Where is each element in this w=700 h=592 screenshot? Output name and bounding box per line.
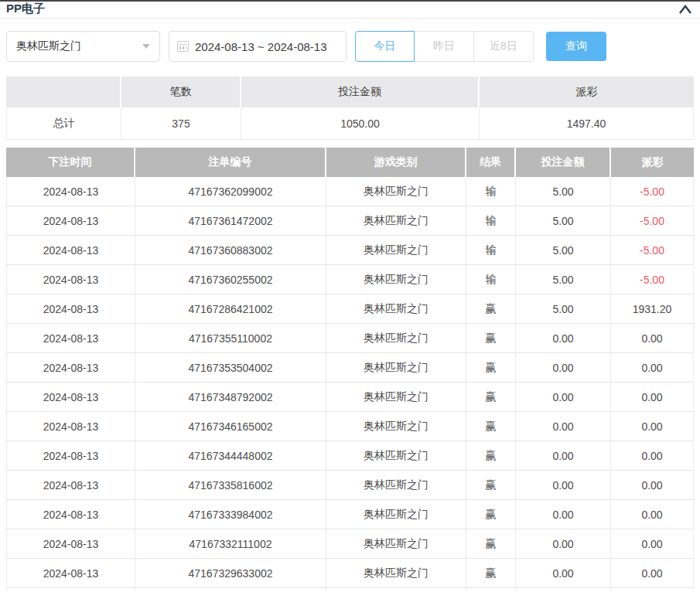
payout-cell: 0.00	[611, 383, 694, 412]
game-type-cell: 奥林匹斯之门	[326, 206, 466, 236]
table-row-partial	[6, 588, 694, 590]
header-payout: 派彩	[611, 148, 694, 177]
bet-amount-cell: 0.00	[516, 529, 611, 559]
order-number-cell: 47167362099002	[135, 177, 326, 206]
bet-time-cell: 2024-08-13	[6, 412, 135, 441]
summary-header-count: 笔数	[121, 77, 241, 107]
game-type-cell: 奥林匹斯之门	[326, 471, 466, 500]
payout-cell: 0.00	[611, 559, 694, 588]
date-range-input[interactable]: 2024-08-13 ~ 2024-08-13	[169, 31, 347, 62]
game-type-cell: 奥林匹斯之门	[326, 324, 466, 353]
bet-table-header: 下注时间 注单编号 游戏类别 结果 投注金额 派彩	[6, 148, 694, 177]
table-row: 2024-08-1347167344448002奥林匹斯之门赢0.000.00	[6, 441, 694, 471]
table-row: 2024-08-1347167286421002奥林匹斯之门赢5.001931.…	[6, 294, 694, 324]
table-row: 2024-08-1347167355110002奥林匹斯之门赢0.000.00	[6, 324, 694, 353]
bet-amount-cell: 0.00	[516, 412, 611, 441]
bet-amount-cell: 5.00	[516, 294, 611, 324]
payout-cell: 1931.20	[611, 294, 694, 324]
header-bet-amount: 投注金额	[516, 148, 611, 177]
filter-bar: 奥林匹斯之门 2024-08-13 ~ 2024-08-13 今日 昨日 近8日…	[6, 31, 694, 62]
order-number-cell: 47167348792002	[135, 383, 326, 412]
payout-cell: 0.00	[611, 441, 694, 471]
result-cell: 赢	[466, 324, 516, 353]
pp-games-panel: PP电子 奥林匹斯之门 2024-08-13 ~ 2024-08-13 今日 昨…	[0, 0, 700, 592]
summary-header-row: 笔数 投注金额 派彩	[6, 77, 694, 107]
bet-amount-cell: 0.00	[516, 441, 611, 471]
order-number-cell: 47167329633002	[135, 559, 326, 588]
summary-total-payout: 1497.40	[480, 107, 694, 140]
game-type-cell: 奥林匹斯之门	[326, 177, 466, 206]
bet-amount-cell: 5.00	[516, 177, 611, 206]
result-cell: 赢	[466, 529, 516, 559]
table-row: 2024-08-1347167360255002奥林匹斯之门输5.00-5.00	[6, 265, 694, 294]
table-row: 2024-08-1347167333984002奥林匹斯之门赢0.000.00	[6, 500, 694, 529]
empty-cell	[466, 588, 516, 590]
order-number-cell: 47167333984002	[135, 500, 326, 529]
payout-cell: -5.00	[611, 177, 694, 206]
order-number-cell: 47167332111002	[135, 529, 326, 559]
order-number-cell: 47167346165002	[135, 412, 326, 441]
bet-time-cell: 2024-08-13	[6, 294, 135, 324]
empty-cell	[6, 588, 135, 590]
bet-time-cell: 2024-08-13	[6, 471, 135, 500]
result-cell: 输	[466, 177, 516, 206]
bet-time-cell: 2024-08-13	[6, 500, 135, 529]
header-bet-time: 下注时间	[6, 148, 135, 177]
result-cell: 赢	[466, 441, 516, 471]
chevron-down-icon	[142, 44, 150, 49]
order-number-cell: 47167353504002	[135, 353, 326, 383]
payout-cell: 0.00	[611, 324, 694, 353]
game-type-cell: 奥林匹斯之门	[326, 236, 466, 265]
summary-header-payout: 派彩	[480, 77, 694, 107]
result-cell: 输	[466, 206, 516, 236]
result-cell: 赢	[466, 559, 516, 588]
game-type-cell: 奥林匹斯之门	[326, 353, 466, 383]
payout-cell: -5.00	[611, 265, 694, 294]
result-cell: 赢	[466, 353, 516, 383]
bet-amount-cell: 0.00	[516, 353, 611, 383]
table-row: 2024-08-1347167329633002奥林匹斯之门赢0.000.00	[6, 559, 694, 588]
table-row: 2024-08-1347167360883002奥林匹斯之门输5.00-5.00	[6, 236, 694, 265]
bet-table-body: 2024-08-1347167362099002奥林匹斯之门输5.00-5.00…	[6, 177, 694, 590]
calendar-icon	[177, 41, 189, 52]
bet-amount-cell: 5.00	[516, 236, 611, 265]
summary-total-bet-amount: 1050.00	[241, 107, 480, 140]
result-cell: 赢	[466, 294, 516, 324]
order-number-cell: 47167360883002	[135, 236, 326, 265]
table-row: 2024-08-1347167335816002奥林匹斯之门赢0.000.00	[6, 471, 694, 500]
payout-cell: 0.00	[611, 529, 694, 559]
table-row: 2024-08-1347167353504002奥林匹斯之门赢0.000.00	[6, 353, 694, 383]
header-result: 结果	[466, 148, 516, 177]
empty-cell	[135, 588, 326, 590]
bet-time-cell: 2024-08-13	[6, 353, 135, 383]
order-number-cell: 47167335816002	[135, 471, 326, 500]
date-range-value: 2024-08-13 ~ 2024-08-13	[195, 40, 327, 53]
result-cell: 赢	[466, 471, 516, 500]
header-game-type: 游戏类别	[326, 148, 466, 177]
today-button[interactable]: 今日	[355, 31, 415, 62]
empty-cell	[326, 588, 466, 590]
summary-total-row: 总计 375 1050.00 1497.40	[6, 107, 694, 140]
order-number-cell: 47167355110002	[135, 324, 326, 353]
game-type-cell: 奥林匹斯之门	[326, 559, 466, 588]
game-type-cell: 奥林匹斯之门	[326, 529, 466, 559]
table-row: 2024-08-1347167346165002奥林匹斯之门赢0.000.00	[6, 412, 694, 441]
bet-amount-cell: 0.00	[516, 559, 611, 588]
order-number-cell: 47167361472002	[135, 206, 326, 236]
query-button[interactable]: 查询	[546, 32, 606, 61]
yesterday-button[interactable]: 昨日	[415, 31, 474, 62]
collapse-button[interactable]	[677, 2, 694, 16]
payout-cell: 0.00	[611, 353, 694, 383]
bet-time-cell: 2024-08-13	[6, 559, 135, 588]
panel-header: PP电子	[0, 2, 700, 19]
bet-time-cell: 2024-08-13	[6, 324, 135, 353]
payout-cell: -5.00	[611, 236, 694, 265]
result-cell: 输	[466, 236, 516, 265]
game-select[interactable]: 奥林匹斯之门	[6, 31, 160, 62]
chevron-up-icon	[678, 4, 692, 15]
order-number-cell: 47167344448002	[135, 441, 326, 471]
summary-total-count: 375	[121, 107, 241, 140]
last-8-days-button[interactable]: 近8日	[474, 31, 534, 62]
payout-cell: 0.00	[611, 412, 694, 441]
bet-amount-cell: 0.00	[516, 324, 611, 353]
